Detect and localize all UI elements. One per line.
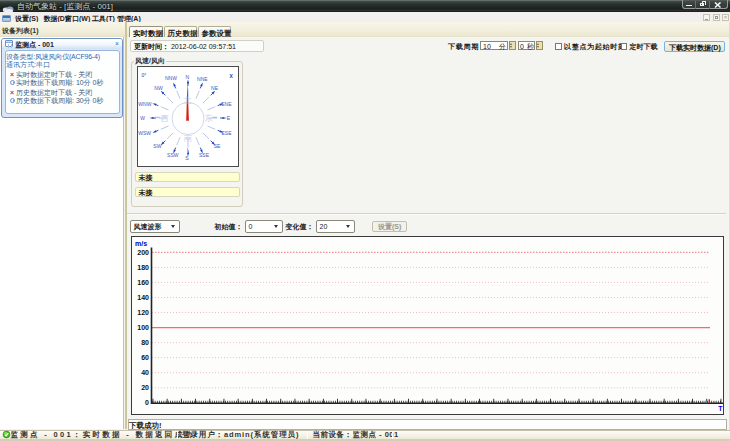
svg-text:100: 100 [137,323,149,330]
svg-text:80: 80 [141,339,149,346]
svg-text:WNW: WNW [138,101,151,107]
svg-text:N: N [185,73,189,79]
svg-text:S: S [185,154,189,160]
svg-text:0: 0 [145,399,149,406]
svg-text:60: 60 [141,354,149,361]
svg-text:东: 东 [204,113,212,122]
svg-text:120: 120 [137,308,149,315]
svg-text:北: 北 [182,95,191,104]
svg-text:SE: SE [213,142,220,148]
svg-text:W: W [140,114,145,120]
svg-text:0°: 0° [141,72,146,78]
svg-text:ENE: ENE [221,101,232,107]
svg-text:X: X [229,72,233,78]
svg-text:140: 140 [137,293,149,300]
svg-text:T: T [718,405,723,412]
svg-text:NW: NW [154,85,163,91]
svg-text:NNE: NNE [197,75,208,81]
svg-text:NE: NE [211,85,219,91]
svg-text:西: 西 [160,113,168,122]
svg-text:NNW: NNW [164,75,176,81]
svg-text:180: 180 [137,263,149,270]
svg-text:WSW: WSW [138,130,151,136]
svg-text:ESE: ESE [221,130,232,136]
svg-text:SSE: SSE [198,151,209,157]
svg-text:SSW: SSW [167,151,179,157]
svg-text:SW: SW [153,142,161,148]
svg-text:200: 200 [137,248,149,255]
svg-text:E: E [226,114,230,120]
svg-text:40: 40 [141,369,149,376]
svg-text:m/s: m/s [135,240,147,247]
svg-text:160: 160 [137,278,149,285]
svg-text:20: 20 [141,384,149,391]
svg-text:南: 南 [183,134,192,143]
